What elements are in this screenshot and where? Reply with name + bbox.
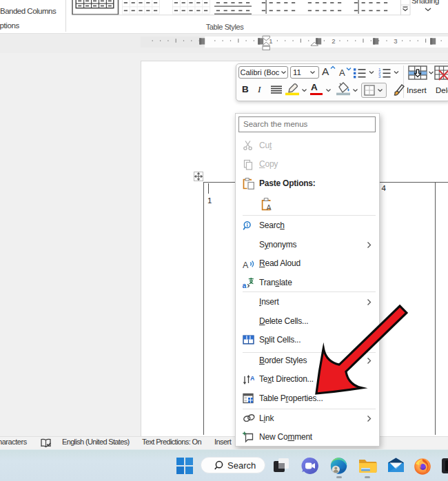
svg-text:2: 2 [332, 37, 335, 45]
svg-text:3: 3 [394, 37, 397, 45]
svg-text:A: A [250, 375, 254, 382]
svg-text:A: A [243, 260, 249, 269]
svg-text:1: 1 [269, 37, 272, 45]
svg-text:a: a [243, 281, 247, 289]
svg-text:3: 3 [378, 74, 381, 79]
svg-text:A: A [266, 203, 271, 211]
